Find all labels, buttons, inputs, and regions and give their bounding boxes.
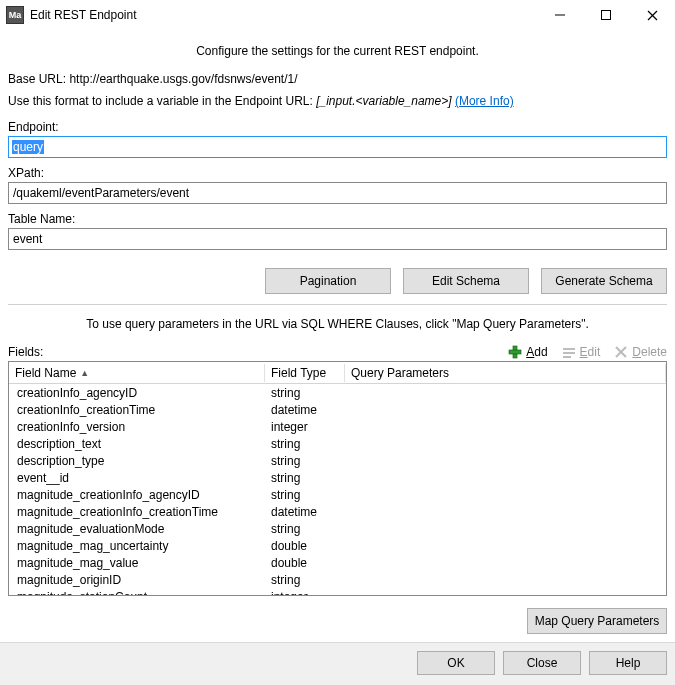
svg-rect-6 [563,348,575,350]
cell-field-type: integer [265,420,345,434]
cell-field-type: string [265,522,345,536]
cell-field-name: creationInfo_version [9,420,265,434]
edit-icon [562,345,576,359]
delete-field-button: Delete [614,345,667,359]
edit-schema-button[interactable]: Edit Schema [403,268,529,294]
cell-field-name: magnitude_originID [9,573,265,587]
map-query-row: Map Query Parameters [8,608,667,634]
cell-field-name: description_type [9,454,265,468]
table-row[interactable]: magnitude_originIDstring [9,571,666,588]
cell-field-type: double [265,556,345,570]
fields-label: Fields: [8,345,494,359]
ok-button[interactable]: OK [417,651,495,675]
sort-asc-icon: ▲ [80,368,89,378]
table-row[interactable]: creationInfo_versioninteger [9,418,666,435]
cell-field-name: magnitude_creationInfo_creationTime [9,505,265,519]
cell-field-name: magnitude_stationCount [9,590,265,596]
titlebar: Ma Edit REST Endpoint [0,0,675,30]
close-button[interactable]: Close [503,651,581,675]
svg-rect-7 [563,352,575,354]
table-row[interactable]: magnitude_mag_valuedouble [9,554,666,571]
svg-rect-8 [563,356,571,358]
table-row[interactable]: event__idstring [9,469,666,486]
pagination-button[interactable]: Pagination [265,268,391,294]
format-hint-pattern: [_input.<variable_name>] [316,94,451,108]
cell-field-name: magnitude_mag_uncertainty [9,539,265,553]
table-row[interactable]: description_textstring [9,435,666,452]
cell-field-type: string [265,386,345,400]
cell-field-name: magnitude_creationInfo_agencyID [9,488,265,502]
cell-field-name: description_text [9,437,265,451]
table-name-block: Table Name: [8,212,667,250]
col-field-name-label: Field Name [15,366,76,380]
table-name-input[interactable] [8,228,667,250]
format-hint-row: Use this format to include a variable in… [8,94,667,108]
col-field-name[interactable]: Field Name ▲ [9,364,265,382]
app-icon: Ma [6,6,24,24]
generate-schema-button[interactable]: Generate Schema [541,268,667,294]
table-row[interactable]: description_typestring [9,452,666,469]
fields-table: Field Name ▲ Field Type Query Parameters… [8,361,667,596]
cell-field-type: string [265,488,345,502]
window-title: Edit REST Endpoint [30,8,537,22]
base-url-row: Base URL: http://earthquake.usgs.gov/fds… [8,72,667,86]
cell-field-type: string [265,454,345,468]
table-name-label: Table Name: [8,212,667,226]
dialog-footer: OK Close Help [0,642,675,685]
query-note: To use query parameters in the URL via S… [8,317,667,331]
intro-text: Configure the settings for the current R… [8,44,667,58]
minimize-button[interactable] [537,0,583,30]
edit-field-button: Edit [562,345,601,359]
col-query-params-label: Query Parameters [351,366,449,380]
base-url-label: Base URL: [8,72,66,86]
table-header: Field Name ▲ Field Type Query Parameters [9,362,666,384]
maximize-button[interactable] [583,0,629,30]
svg-rect-5 [509,350,521,354]
xpath-input[interactable] [8,182,667,204]
cell-field-type: string [265,573,345,587]
endpoint-input[interactable]: query [8,136,667,158]
cell-field-type: double [265,539,345,553]
dialog-window: Ma Edit REST Endpoint Configure the sett… [0,0,675,685]
map-query-parameters-button[interactable]: Map Query Parameters [527,608,667,634]
dialog-content: Configure the settings for the current R… [0,30,675,642]
cell-field-name: magnitude_evaluationMode [9,522,265,536]
delete-icon [614,345,628,359]
fields-toolbar: Fields: Add Edit Delete [8,345,667,359]
table-row[interactable]: magnitude_creationInfo_agencyIDstring [9,486,666,503]
cell-field-name: creationInfo_agencyID [9,386,265,400]
table-row[interactable]: creationInfo_creationTimedatetime [9,401,666,418]
endpoint-input-value: query [12,140,44,154]
add-field-button[interactable]: Add [508,345,547,359]
base-url-value: http://earthquake.usgs.gov/fdsnws/event/… [69,72,297,86]
cell-field-type: string [265,471,345,485]
more-info-link[interactable]: (More Info) [455,94,514,108]
cell-field-type: datetime [265,505,345,519]
col-query-params[interactable]: Query Parameters [345,364,666,382]
cell-field-type: integer [265,590,345,596]
close-window-button[interactable] [629,0,675,30]
cell-field-name: magnitude_mag_value [9,556,265,570]
endpoint-label: Endpoint: [8,120,667,134]
endpoint-block: Endpoint: query [8,120,667,158]
col-field-type[interactable]: Field Type [265,364,345,382]
svg-rect-1 [602,11,611,20]
xpath-block: XPath: [8,166,667,204]
schema-button-row: Pagination Edit Schema Generate Schema [8,268,667,294]
cell-field-type: datetime [265,403,345,417]
cell-field-name: creationInfo_creationTime [9,403,265,417]
divider [8,304,667,305]
window-controls [537,0,675,30]
table-row[interactable]: magnitude_stationCountinteger [9,588,666,595]
table-body[interactable]: creationInfo_agencyIDstringcreationInfo_… [9,384,666,595]
table-row[interactable]: magnitude_evaluationModestring [9,520,666,537]
table-row[interactable]: magnitude_creationInfo_creationTimedatet… [9,503,666,520]
table-row[interactable]: creationInfo_agencyIDstring [9,384,666,401]
add-label-rest: dd [534,345,547,359]
table-row[interactable]: magnitude_mag_uncertaintydouble [9,537,666,554]
plus-icon [508,345,522,359]
help-button[interactable]: Help [589,651,667,675]
col-field-type-label: Field Type [271,366,326,380]
xpath-label: XPath: [8,166,667,180]
cell-field-type: string [265,437,345,451]
